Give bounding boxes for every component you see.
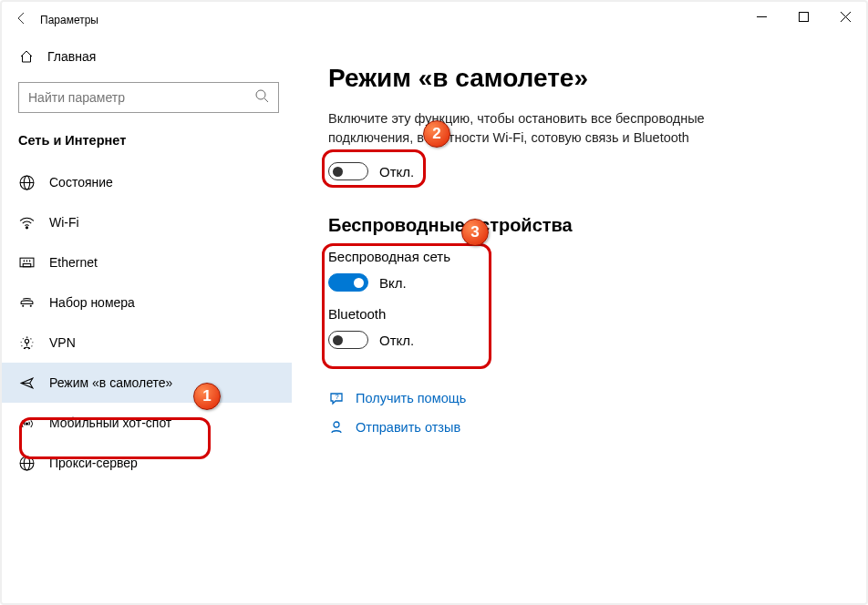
feedback-link[interactable]: Отправить отзыв	[356, 420, 460, 435]
svg-point-19	[26, 422, 27, 424]
bluetooth-toggle[interactable]	[328, 331, 368, 349]
dialup-icon	[18, 295, 35, 311]
category-heading: Сеть и Интернет	[2, 129, 292, 153]
nav-label: Wi-Fi	[49, 215, 79, 230]
svg-rect-10	[20, 258, 34, 267]
nav-hotspot[interactable]: Мобильный хот-спот	[2, 403, 292, 443]
close-button[interactable]	[824, 2, 866, 31]
nav-vpn[interactable]: VPN	[2, 323, 292, 363]
svg-point-15	[22, 305, 23, 306]
help-link[interactable]: Получить помощь	[356, 391, 466, 405]
nav-ethernet[interactable]: Ethernet	[2, 242, 292, 282]
nav-label: Ethernet	[49, 255, 98, 270]
feedback-icon	[328, 420, 345, 435]
svg-point-4	[256, 90, 265, 99]
window-title: Параметры	[40, 14, 98, 26]
svg-point-17	[25, 339, 28, 343]
ethernet-icon	[18, 255, 35, 271]
home-label: Главная	[47, 49, 96, 64]
settings-window: Параметры Главная Сеть и Интернет	[2, 2, 866, 603]
bluetooth-label: Bluetooth	[328, 306, 819, 322]
airplane-toggle-label: Откл.	[379, 164, 414, 179]
sidebar: Главная Сеть и Интернет Состояние Wi-Fi	[2, 38, 292, 603]
nav-status[interactable]: Состояние	[2, 162, 292, 202]
page-title: Режим «в самолете»	[328, 64, 819, 93]
search-input[interactable]	[28, 90, 254, 105]
svg-rect-11	[23, 263, 31, 266]
nav-proxy[interactable]: Прокси-сервер	[2, 443, 292, 483]
search-box[interactable]	[18, 82, 279, 113]
svg-point-16	[30, 305, 31, 306]
back-button[interactable]	[15, 11, 40, 30]
nav-airplane[interactable]: Режим «в самолете»	[2, 363, 292, 403]
svg-rect-1	[799, 12, 808, 21]
annotation-marker-2: 2	[423, 120, 450, 148]
wifi-toggle[interactable]	[328, 273, 368, 292]
vpn-icon	[18, 335, 35, 351]
annotation-marker-1: 1	[193, 383, 221, 410]
airplane-icon	[18, 375, 35, 391]
nav-label: VPN	[49, 335, 76, 350]
nav-dialup[interactable]: Набор номера	[2, 282, 292, 323]
hotspot-icon	[18, 415, 35, 431]
titlebar: Параметры	[2, 2, 866, 38]
help-icon: ?	[328, 391, 345, 405]
proxy-icon	[18, 456, 35, 471]
wifi-toggle-label: Вкл.	[379, 275, 407, 291]
home-icon	[18, 49, 35, 64]
content-pane: Режим «в самолете» Включите эту функцию,…	[292, 38, 866, 603]
bluetooth-toggle-row: Откл.	[328, 327, 819, 353]
nav-wifi[interactable]: Wi-Fi	[2, 202, 292, 242]
minimize-button[interactable]	[740, 2, 782, 31]
svg-point-24	[334, 422, 339, 427]
airplane-toggle[interactable]	[328, 162, 368, 180]
nav-label: Состояние	[49, 175, 113, 190]
maximize-button[interactable]	[782, 2, 824, 31]
nav-list: Состояние Wi-Fi Ethernet Набор номера VP…	[2, 162, 292, 483]
wifi-icon	[18, 215, 35, 231]
home-nav[interactable]: Главная	[2, 38, 292, 75]
window-controls	[740, 2, 866, 31]
wifi-toggle-row: Вкл.	[328, 270, 819, 295]
nav-label: Набор номера	[49, 295, 135, 310]
airplane-toggle-row: Откл.	[328, 159, 819, 184]
nav-label: Мобильный хот-спот	[49, 415, 171, 430]
page-description: Включите эту функцию, чтобы остановить в…	[328, 109, 766, 148]
annotation-marker-3: 3	[461, 219, 489, 246]
bluetooth-toggle-label: Откл.	[379, 333, 414, 348]
wireless-heading: Беспроводные устройства	[328, 215, 819, 236]
svg-line-5	[264, 98, 268, 102]
svg-point-9	[26, 226, 27, 228]
svg-text:?: ?	[335, 393, 339, 401]
nav-label: Режим «в самолете»	[49, 375, 172, 390]
search-icon	[254, 88, 269, 107]
wifi-label: Беспроводная сеть	[328, 249, 819, 264]
nav-label: Прокси-сервер	[49, 456, 138, 470]
help-links: ? Получить помощь Отправить отзыв	[328, 384, 819, 442]
globe-icon	[18, 175, 35, 190]
